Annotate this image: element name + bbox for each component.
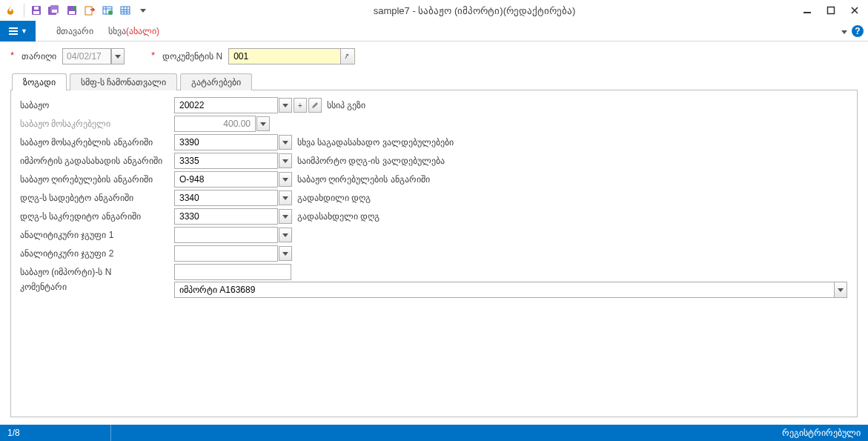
an2-label: ანალიტიკური ჯგუფი 2 bbox=[20, 248, 174, 259]
vat-cred-label: დღგ-ს საკრედიტო ანგარიში bbox=[20, 211, 174, 222]
an2-input[interactable] bbox=[174, 245, 278, 262]
status-bar: 1/8 რეგისტრირებული bbox=[0, 425, 868, 441]
svg-rect-24 bbox=[9, 30, 18, 32]
ribbon-tab-other-b: (ახალი) bbox=[126, 26, 159, 36]
fee-dropdown-button[interactable] bbox=[256, 116, 270, 131]
vat-deb-label: დღგ-ს სადებეტო ანგარიში bbox=[20, 193, 174, 203]
imp-tax-acc-desc: საიმპორტო დღგ-ის ვალდებულება bbox=[297, 156, 445, 166]
header-row: * თარიღი 04/02/17 * დოკუმენტის N bbox=[0, 42, 868, 67]
maximize-button[interactable] bbox=[822, 3, 840, 18]
qat-save-copy-icon[interactable] bbox=[64, 3, 79, 18]
customs-label: საბაჟო bbox=[20, 100, 174, 110]
svg-rect-20 bbox=[828, 7, 835, 14]
window: sample7 - საბაჟო (იმპორტი)(რედაქტირება) … bbox=[0, 0, 868, 441]
docn-input[interactable] bbox=[229, 49, 340, 64]
vat-deb-dropdown-button[interactable] bbox=[279, 190, 292, 205]
required-star: * bbox=[151, 50, 155, 61]
docn-lookup-button[interactable] bbox=[340, 49, 354, 64]
svg-rect-14 bbox=[121, 7, 130, 14]
imp-tax-acc-input[interactable] bbox=[174, 153, 278, 169]
customs-dropdown-button[interactable] bbox=[279, 98, 292, 113]
tab-list[interactable]: სმფ-ს ჩამონათვალი bbox=[70, 73, 177, 90]
svg-rect-9 bbox=[85, 7, 92, 15]
qat-grid-icon[interactable] bbox=[118, 3, 133, 18]
fee-acc-label: საბაჟო მოსაკრებლის ანგარიში bbox=[20, 137, 174, 147]
separator bbox=[24, 4, 24, 17]
svg-rect-5 bbox=[52, 10, 57, 13]
impn-label: საბაჟო (იმპორტი)-ს N bbox=[20, 267, 174, 277]
qat-overflow-icon[interactable] bbox=[136, 3, 150, 18]
fee-label: საბაჟო მოსაკრებელი bbox=[20, 119, 174, 129]
tab-strip: ზოგადი სმფ-ს ჩამონათვალი გატარებები bbox=[0, 67, 868, 90]
val-acc-dropdown-button[interactable] bbox=[279, 172, 292, 187]
vat-cred-desc: გადასახდელი დღგ bbox=[297, 211, 380, 222]
status-right: რეგისტრირებული bbox=[782, 428, 861, 438]
comment-input[interactable] bbox=[174, 282, 834, 298]
imp-tax-acc-dropdown-button[interactable] bbox=[279, 153, 292, 168]
qat-save-all-icon[interactable] bbox=[47, 3, 62, 18]
customs-add-button[interactable]: + bbox=[294, 98, 307, 113]
ribbon-bar: ▼ მთავარი სხვა(ახალი) ? bbox=[0, 21, 868, 42]
quick-access-toolbar bbox=[29, 3, 150, 18]
docn-field bbox=[228, 48, 355, 64]
minimize-button[interactable] bbox=[798, 3, 816, 18]
qat-export-icon[interactable] bbox=[82, 3, 97, 18]
svg-rect-8 bbox=[73, 6, 76, 9]
val-acc-desc: საბაჟო ღირებულების ანგარიში bbox=[297, 174, 430, 185]
comment-dropdown-button[interactable] bbox=[834, 282, 847, 298]
date-input[interactable]: 04/02/17 bbox=[62, 48, 111, 64]
svg-rect-1 bbox=[33, 11, 39, 14]
customs-desc: სსიპ გეზი bbox=[327, 100, 365, 110]
vat-deb-desc: გადახდილი დღგ bbox=[297, 193, 371, 203]
docn-label: დოკუმენტის N bbox=[162, 51, 222, 62]
vat-cred-input[interactable] bbox=[174, 208, 278, 225]
val-acc-label: საბაჟო ღირებულების ანგარიში bbox=[20, 174, 174, 185]
qat-table-icon[interactable] bbox=[100, 3, 115, 18]
close-button[interactable] bbox=[846, 3, 864, 18]
an1-input[interactable] bbox=[174, 227, 278, 243]
svg-point-13 bbox=[108, 10, 113, 15]
status-pager: 1/8 bbox=[7, 425, 111, 441]
window-title: sample7 - საბაჟო (იმპორტი)(რედაქტირება) bbox=[150, 5, 798, 16]
ribbon-tab-other-a: სხვა bbox=[108, 26, 126, 36]
svg-rect-25 bbox=[9, 33, 18, 35]
window-buttons bbox=[798, 3, 864, 18]
qat-save-icon[interactable] bbox=[29, 3, 44, 18]
ribbon-tab-main[interactable]: მთავარი bbox=[49, 21, 101, 42]
comment-label: კომენტარი bbox=[20, 282, 174, 299]
an1-label: ანალიტიკური ჯგუფი 1 bbox=[20, 230, 174, 240]
an1-dropdown-button[interactable] bbox=[279, 228, 292, 242]
required-star: * bbox=[10, 50, 14, 61]
imp-tax-acc-label: იმპორტის გადასახადის ანგარიში bbox=[20, 156, 174, 166]
ribbon-right: ? bbox=[841, 25, 864, 37]
tab-general[interactable]: ზოგადი bbox=[12, 73, 67, 90]
vat-cred-dropdown-button[interactable] bbox=[279, 209, 292, 224]
date-dropdown-button[interactable] bbox=[111, 48, 125, 64]
file-menu-button[interactable]: ▼ bbox=[0, 21, 36, 42]
fee-input[interactable] bbox=[174, 116, 256, 132]
fee-acc-desc: სხვა საგადასახადო ვალდებულებები bbox=[297, 137, 454, 147]
val-acc-input[interactable] bbox=[174, 171, 278, 188]
ribbon-tab-other[interactable]: სხვა(ახალი) bbox=[101, 21, 167, 42]
date-label: თარიღი bbox=[21, 51, 56, 62]
tab-panel-general: საბაჟო + სსიპ გეზი საბაჟო მოსაკრებელი სა… bbox=[10, 90, 858, 417]
help-icon[interactable]: ? bbox=[852, 25, 864, 37]
an2-dropdown-button[interactable] bbox=[279, 246, 292, 261]
fee-acc-input[interactable] bbox=[174, 134, 278, 150]
impn-input[interactable] bbox=[174, 264, 291, 280]
svg-rect-2 bbox=[34, 7, 39, 10]
customs-input[interactable] bbox=[174, 97, 278, 113]
app-flame-icon bbox=[4, 4, 16, 16]
customs-edit-button[interactable] bbox=[308, 98, 322, 113]
svg-rect-7 bbox=[69, 11, 75, 14]
tab-trans[interactable]: გატარებები bbox=[180, 73, 252, 90]
svg-rect-23 bbox=[9, 27, 18, 29]
vat-deb-input[interactable] bbox=[174, 190, 278, 206]
fee-acc-dropdown-button[interactable] bbox=[279, 135, 292, 150]
titlebar: sample7 - საბაჟო (იმპორტი)(რედაქტირება) bbox=[0, 0, 868, 21]
ribbon-collapse-icon[interactable] bbox=[841, 26, 847, 36]
